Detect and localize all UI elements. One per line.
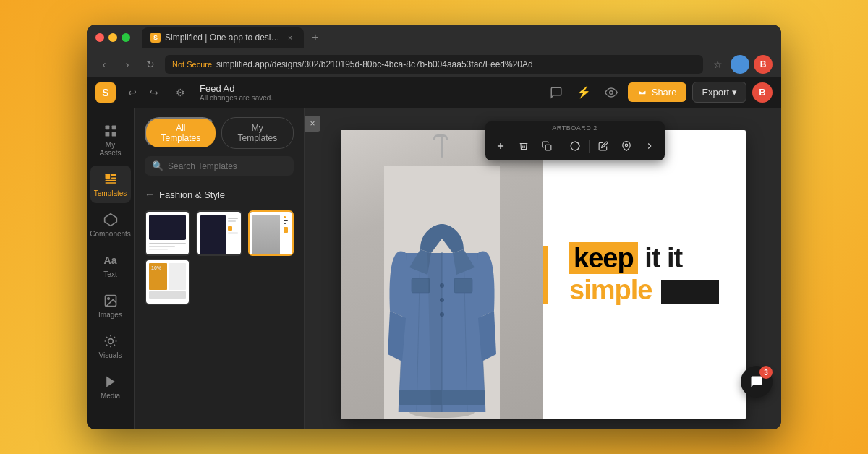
browser-tab-active[interactable]: S Simplified | One app to design... × xyxy=(142,27,304,48)
svg-rect-9 xyxy=(105,180,116,181)
preview-icon[interactable] xyxy=(600,82,622,103)
browser-window: S Simplified | One app to design... × + … xyxy=(87,25,781,429)
svg-rect-8 xyxy=(111,178,116,179)
svg-rect-18 xyxy=(545,145,551,150)
svg-rect-24 xyxy=(454,278,472,293)
app-toolbar: S ↩ ↪ ⚙ Feed Ad All changes are saved. ⚡ xyxy=(87,77,781,108)
my-templates-tab[interactable]: My Templates xyxy=(221,117,294,149)
svg-marker-15 xyxy=(106,377,115,387)
toolbar-right: ⚡ Share Export ▾ B xyxy=(545,82,773,103)
svg-marker-11 xyxy=(104,214,116,226)
export-button[interactable]: Export ▾ xyxy=(692,82,746,103)
sidebar-item-media[interactable]: Media xyxy=(90,368,131,406)
search-input[interactable] xyxy=(168,161,286,171)
tab-favicon: S xyxy=(150,33,161,43)
text-icon: Aa xyxy=(103,252,119,268)
templates-search[interactable]: 🔍 xyxy=(145,156,294,176)
close-panel-button[interactable]: × xyxy=(305,116,320,132)
app-logo[interactable]: S xyxy=(95,82,116,103)
artboard-pin-button[interactable] xyxy=(616,136,637,156)
images-icon xyxy=(103,293,119,309)
close-traffic-light[interactable] xyxy=(95,33,104,42)
my-assets-icon xyxy=(103,123,119,139)
sidebar-item-components[interactable]: Components xyxy=(90,206,131,244)
my-assets-label: My Assets xyxy=(95,141,127,157)
svg-rect-10 xyxy=(105,182,116,184)
browser-titlebar: S Simplified | One app to design... × + xyxy=(87,25,781,51)
share-button[interactable]: Share xyxy=(628,82,687,102)
security-label: Not Secure xyxy=(172,60,212,69)
it-text: it xyxy=(667,243,682,273)
app-main: My Assets Templates Components Aa Te xyxy=(87,108,781,429)
sidebar-item-my-assets[interactable]: My Assets xyxy=(90,117,131,163)
template-thumb-2[interactable] xyxy=(196,210,242,256)
url-text: simplified.app/designs/302/b210195d-80bc… xyxy=(216,59,533,69)
artboard-more-button[interactable] xyxy=(639,136,660,156)
new-tab-button[interactable]: + xyxy=(307,29,324,46)
tab-close-btn[interactable]: × xyxy=(285,33,295,43)
period-bar xyxy=(661,280,719,304)
refresh-button[interactable]: ↻ xyxy=(142,56,159,73)
browser-profile-btn[interactable]: B xyxy=(754,55,773,74)
all-templates-tab[interactable]: All Templates xyxy=(145,117,217,149)
artboard-add-button[interactable] xyxy=(490,136,511,156)
template-thumb-3[interactable] xyxy=(248,210,294,256)
app-container: S ↩ ↪ ⚙ Feed Ad All changes are saved. ⚡ xyxy=(87,77,781,429)
svg-point-20 xyxy=(625,144,628,146)
artboard-edit-button[interactable] xyxy=(592,136,614,156)
sidebar-item-images[interactable]: Images xyxy=(90,287,131,325)
user-avatar[interactable]: B xyxy=(752,82,773,103)
chat-widget[interactable]: 3 xyxy=(741,366,773,398)
templates-panel: All Templates My Templates 🔍 ← Fashion &… xyxy=(135,108,305,429)
undo-button[interactable]: ↩ xyxy=(123,83,142,102)
toolbar-separator xyxy=(561,140,561,153)
browser-user-avatar[interactable] xyxy=(731,55,749,74)
back-button[interactable]: ‹ xyxy=(95,56,113,73)
templates-icon xyxy=(103,171,119,187)
simple-word: simple xyxy=(569,275,652,305)
templates-header: All Templates My Templates 🔍 xyxy=(135,108,304,181)
export-chevron-icon: ▾ xyxy=(732,87,737,98)
it-word: it xyxy=(644,243,660,273)
tab-bar: S Simplified | One app to design... × + xyxy=(142,27,773,48)
artboard: keep it it simple xyxy=(341,130,746,419)
templates-label: Templates xyxy=(94,189,127,197)
templates-grid xyxy=(135,207,304,259)
media-icon xyxy=(103,374,119,390)
components-label: Components xyxy=(90,230,131,238)
settings-button[interactable]: ⚙ xyxy=(171,83,190,102)
artboard-palette-button[interactable] xyxy=(564,136,586,156)
template-thumb-4[interactable]: 10% xyxy=(145,259,190,304)
url-bar[interactable]: Not Secure simplified.app/designs/302/b2… xyxy=(165,55,703,74)
project-name: Feed Ad xyxy=(200,83,273,94)
artboard-toolbar-buttons xyxy=(485,133,665,160)
browser-actions: ☆ B xyxy=(709,55,773,74)
artboard-text-side: keep it it simple xyxy=(543,130,746,419)
artboard-toolbar-popup: ARTBOARD 2 xyxy=(485,121,665,160)
artboard-label: ARTBOARD 2 xyxy=(485,121,665,133)
template-thumb-1[interactable] xyxy=(145,210,190,256)
chat-icon[interactable] xyxy=(545,82,567,103)
canvas-area: × ARTBOARD 2 xyxy=(305,108,781,429)
search-icon: 🔍 xyxy=(152,160,163,171)
redo-button[interactable]: ↪ xyxy=(145,83,163,102)
svg-rect-23 xyxy=(412,278,430,293)
toolbar-nav: ↩ ↪ xyxy=(123,83,163,102)
sidebar-item-templates[interactable]: Templates xyxy=(90,166,131,203)
sidebar-item-text[interactable]: Aa Text xyxy=(90,247,131,284)
bookmark-icon[interactable]: ☆ xyxy=(709,56,726,73)
svg-rect-3 xyxy=(111,126,116,130)
category-name: Fashion & Style xyxy=(159,189,225,200)
lightning-icon[interactable]: ⚡ xyxy=(573,82,595,103)
svg-point-13 xyxy=(107,298,109,300)
sidebar-item-visuals[interactable]: Visuals xyxy=(90,327,131,365)
traffic-lights xyxy=(95,33,130,42)
sidebar-nav: My Assets Templates Components Aa Te xyxy=(87,108,135,429)
back-button[interactable]: ← xyxy=(145,189,155,200)
artboard-duplicate-button[interactable] xyxy=(536,136,558,156)
forward-button[interactable]: › xyxy=(119,56,136,73)
svg-point-14 xyxy=(108,339,113,344)
maximize-traffic-light[interactable] xyxy=(122,33,130,42)
minimize-traffic-light[interactable] xyxy=(109,33,117,42)
artboard-delete-button[interactable] xyxy=(513,136,535,156)
